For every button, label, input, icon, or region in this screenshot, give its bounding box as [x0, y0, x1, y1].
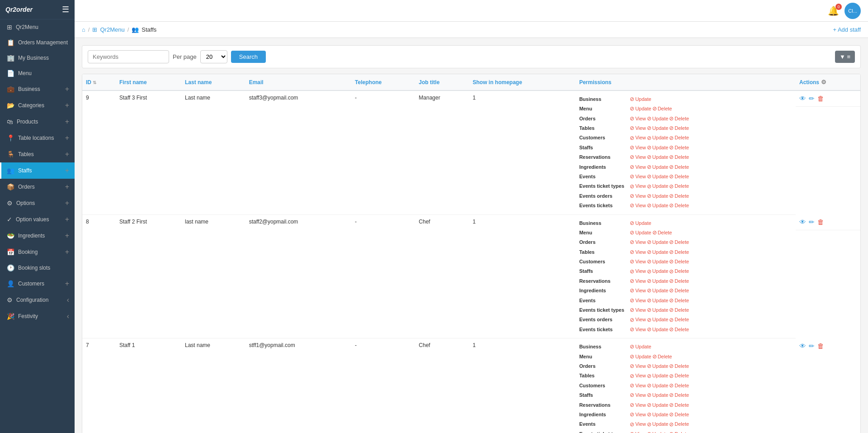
sidebar-item-customers[interactable]: 👤Customers+	[0, 276, 75, 292]
perm-badge: ⊘ Update	[647, 410, 668, 419]
view-staff-button[interactable]: 👁	[799, 342, 806, 350]
perm-label: Events orders	[579, 315, 629, 324]
sort-icon-id[interactable]: ⇅	[93, 80, 96, 85]
sidebar-plus-products[interactable]: +	[65, 118, 69, 126]
filter-button[interactable]: ▼ ≡	[835, 51, 855, 63]
sidebar-plus-booking[interactable]: +	[65, 248, 69, 256]
perm-badge: ⊘ Update	[630, 104, 651, 113]
perm-deny-icon: ⊘	[647, 381, 651, 390]
col-show-in-homepage: Show in homepage	[469, 74, 576, 90]
sidebar-item-products[interactable]: 🛍Products+	[0, 114, 75, 130]
sidebar-item-ingredients[interactable]: 🥗Ingredients+	[0, 228, 75, 244]
notification-bell[interactable]: 🔔 0	[828, 5, 839, 16]
sidebar-item-tables[interactable]: 🪑Tables+	[0, 146, 75, 162]
sidebar-item-table-locations[interactable]: 📍Table locations+	[0, 130, 75, 146]
perm-deny-icon: ⊘	[669, 371, 674, 381]
delete-staff-button[interactable]: 🗑	[817, 95, 824, 102]
search-button[interactable]: Search	[231, 51, 266, 63]
sidebar-plus-option-values[interactable]: +	[65, 215, 69, 224]
hamburger-icon[interactable]: ☰	[62, 5, 69, 14]
sidebar-plus-business[interactable]: +	[65, 85, 69, 93]
perm-name: Update	[635, 95, 651, 104]
perm-badge: ⊘ View	[630, 152, 646, 162]
perm-row: Events ticket types⊘ View⊘ Update⊘ Delet…	[579, 182, 792, 191]
perm-label: Orders	[579, 362, 629, 371]
perm-badge: ⊘ View	[630, 191, 646, 200]
avatar[interactable]: Cl...	[844, 3, 861, 19]
sidebar-plus-customers[interactable]: +	[65, 280, 69, 288]
perm-name: View	[635, 381, 646, 390]
sidebar-item-booking[interactable]: 📅Booking+	[0, 244, 75, 260]
perm-name: Delete	[675, 257, 689, 266]
sidebar-item-categories[interactable]: 📂Categories+	[0, 97, 75, 114]
cell-last-name: Last name	[181, 338, 245, 433]
sidebar-plus-table-locations[interactable]: +	[65, 134, 69, 142]
sidebar-item-options[interactable]: ⚙Options+	[0, 195, 75, 211]
sidebar-item-qr2menu[interactable]: ⊞Qr2Menu	[0, 19, 75, 35]
perm-badge: ⊘ Delete	[652, 104, 672, 113]
perm-deny-icon: ⊘	[669, 182, 674, 191]
edit-staff-button[interactable]: ✏	[809, 342, 815, 350]
delete-staff-button[interactable]: 🗑	[817, 342, 824, 350]
sidebar-item-staffs[interactable]: 👥Staffs+	[0, 162, 75, 179]
perm-deny-icon: ⊘	[630, 352, 634, 361]
perm-name: Delete	[675, 238, 689, 247]
sidebar-arrow-festivity[interactable]: ‹	[67, 312, 69, 320]
view-staff-button[interactable]: 👁	[799, 218, 806, 226]
sidebar-label-staffs: Staffs	[18, 167, 32, 174]
perm-name: View	[635, 172, 646, 181]
perm-row: Events ticket types⊘ View⊘ Update⊘ Delet…	[579, 305, 792, 314]
sidebar-plus-options[interactable]: +	[65, 199, 69, 207]
sidebar-plus-staffs[interactable]: +	[65, 167, 69, 175]
perm-badge: ⊘ Update	[647, 152, 668, 162]
perm-row: Reservations⊘ View⊘ Update⊘ Delete	[579, 400, 792, 409]
delete-staff-button[interactable]: 🗑	[817, 218, 824, 226]
perm-deny-icon: ⊘	[669, 191, 674, 200]
perm-name: View	[635, 401, 646, 409]
actions-gear-icon[interactable]: ⚙	[821, 79, 826, 86]
perm-deny-icon: ⊘	[669, 267, 674, 276]
edit-staff-button[interactable]: ✏	[809, 95, 815, 103]
perm-deny-icon: ⊘	[669, 400, 674, 409]
sidebar-item-business[interactable]: 💼Business+	[0, 81, 75, 97]
sidebar-item-configuration[interactable]: ⚙Configuration‹	[0, 292, 75, 308]
perm-deny-icon: ⊘	[630, 315, 634, 324]
booking-slots-sidebar-icon: 🕐	[7, 264, 14, 271]
sidebar-item-booking-slots[interactable]: 🕐Booking slots	[0, 260, 75, 276]
perm-row: Staffs⊘ View⊘ Update⊘ Delete	[579, 390, 792, 400]
view-staff-button[interactable]: 👁	[799, 95, 806, 102]
perm-badge: ⊘ Update	[647, 238, 668, 247]
sidebar-label-ingredients: Ingredients	[18, 233, 45, 239]
booking-sidebar-icon: 📅	[7, 248, 14, 256]
sidebar-plus-categories[interactable]: +	[65, 101, 69, 109]
sidebar-arrow-configuration[interactable]: ‹	[67, 296, 69, 304]
perm-deny-icon: ⊘	[630, 381, 634, 390]
sidebar-item-festivity[interactable]: 🎉Festivity‹	[0, 308, 75, 324]
breadcrumb-qr2menu[interactable]: Qr2Menu	[100, 26, 124, 33]
table-row: 7Staff 1Last namestff1@yopmail.com-Chef1…	[82, 338, 860, 433]
sidebar-item-menu[interactable]: 📄Menu	[0, 66, 75, 81]
sidebar-header: Qr2order ☰	[0, 0, 75, 19]
sidebar-plus-orders[interactable]: +	[65, 183, 69, 191]
customers-sidebar-icon: 👤	[7, 280, 14, 287]
perm-label: Reservations	[579, 277, 629, 285]
sidebar-item-my-business[interactable]: 🏢My Business	[0, 50, 75, 66]
sidebar-item-orders-management[interactable]: 📋Orders Management	[0, 35, 75, 50]
sidebar-item-orders[interactable]: 📦Orders+	[0, 179, 75, 195]
table-locations-sidebar-icon: 📍	[7, 134, 14, 142]
sidebar-plus-ingredients[interactable]: +	[65, 232, 69, 240]
perm-row: Staffs⊘ View⊘ Update⊘ Delete	[579, 143, 792, 152]
perm-name: Delete	[658, 105, 672, 113]
sidebar-item-option-values[interactable]: ✓Option values+	[0, 211, 75, 228]
per-page-select[interactable]: 20 10 50 100	[200, 50, 227, 63]
perm-deny-icon: ⊘	[669, 429, 674, 433]
perm-row: Tables⊘ View⊘ Update⊘ Delete	[579, 371, 792, 381]
perm-label: Events ticket types	[579, 182, 629, 190]
perm-label: Business	[579, 95, 629, 104]
sidebar-plus-tables[interactable]: +	[65, 150, 69, 158]
perm-deny-icon: ⊘	[630, 172, 634, 181]
home-icon[interactable]: ⌂	[82, 26, 85, 33]
add-staff-button[interactable]: + Add staff	[833, 26, 861, 33]
edit-staff-button[interactable]: ✏	[809, 218, 815, 226]
keywords-input[interactable]	[88, 50, 169, 63]
